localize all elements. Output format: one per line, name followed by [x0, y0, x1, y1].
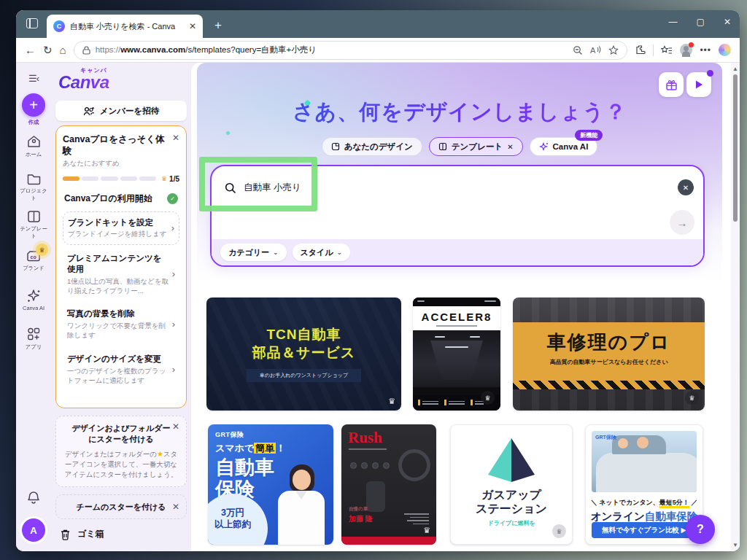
annotation-highlight-box	[199, 157, 317, 211]
pro-card-title: Canvaプロをさっそく体験	[63, 133, 168, 158]
chevron-down-icon: ⌄	[273, 249, 279, 256]
play-icon	[694, 79, 704, 90]
hazard-stripe	[513, 381, 705, 389]
compare-plans-button[interactable]: 無料で今すぐプラン比較 ▶	[592, 522, 697, 538]
pro-crown-icon: ♛	[388, 397, 395, 406]
canva-ai-tab-icon	[539, 142, 549, 151]
submit-search-button[interactable]: →	[670, 210, 694, 235]
browser-tab[interactable]: C 自動車 小売りを検索 - Canva ✕	[47, 15, 203, 38]
chevron-right-icon: ›	[172, 319, 175, 330]
category-filter-dropdown[interactable]: カテゴリー ⌄	[220, 244, 287, 261]
window-minimize-button[interactable]: —	[669, 17, 678, 27]
invite-people-icon	[83, 106, 95, 116]
template-thumbnail-car-repair[interactable]: 車修理のプロ 高品質の自動車サービスならお任せください ♛	[513, 298, 705, 411]
create-plus-icon[interactable]: +	[22, 93, 45, 117]
url-text: https://www.canva.com/s/templates?query=…	[96, 44, 317, 55]
svg-text:A: A	[590, 46, 596, 55]
main-content: さあ、何をデザインしましょう？ あなたのデザイン	[191, 63, 740, 551]
step-background-remover[interactable]: 写真の背景を削除 ワンクリックで不要な背景を削除します ›	[63, 303, 179, 346]
step-resize-design[interactable]: デザインのサイズを変更 一つのデザインを複数のプラットフォームに適応します ›	[63, 349, 179, 391]
favorite-star-icon[interactable]	[608, 45, 619, 55]
chevron-down-icon: ⌄	[337, 249, 343, 256]
tab-canva-ai[interactable]: Canva AI 新機能	[530, 137, 598, 156]
search-filter-strip: カテゴリー ⌄ スタイル ⌄	[212, 239, 703, 265]
copilot-icon[interactable]	[719, 44, 731, 56]
user-avatar[interactable]: A	[16, 518, 51, 542]
pro-card-subtitle: あなたにおすすめ	[63, 159, 179, 168]
step-premium-content[interactable]: プレミアムコンテンツを使用 1億点以上の写真、動画などを取り揃えたライブラリー.…	[63, 248, 179, 300]
clear-search-button[interactable]: ✕	[678, 179, 694, 195]
pro-crown-icon: ♛	[685, 391, 699, 405]
tutorial-play-button[interactable]	[686, 72, 711, 97]
favorites-bar-icon[interactable]	[661, 45, 673, 55]
browser-toolbar: ← ↻ ⌂ https://www.canva.com/s/templates?…	[16, 38, 740, 63]
pro-card-close-icon[interactable]: ✕	[172, 133, 179, 158]
settings-menu-icon[interactable]: •••	[700, 46, 711, 55]
progress-crown-icon: ♛	[161, 175, 167, 182]
star-designs-card: ✕ デザインおよびフォルダーにスターを付ける デザインまたはフォルダーの★スター…	[55, 416, 187, 487]
step-pro-started[interactable]: Canvaプロの利用開始 ✓	[63, 192, 179, 205]
tab-your-designs[interactable]: あなたのデザイン	[322, 137, 422, 156]
sidebar-item-apps[interactable]: アプリ	[16, 327, 51, 351]
profile-avatar[interactable]	[680, 44, 692, 56]
template-thumbnail-gas-station-logo[interactable]: ガスアップステーション ドライブに燃料を ♛	[450, 424, 573, 545]
back-button[interactable]: ←	[25, 44, 36, 55]
remove-filter-icon[interactable]: ✕	[507, 143, 513, 151]
sidebar-rail: ☰‹ + 作成 ホーム プロジェクト	[16, 63, 51, 551]
tab-workspaces-icon[interactable]	[26, 18, 38, 28]
tab-templates[interactable]: テンプレート ✕	[429, 137, 523, 156]
step-brand-kit[interactable]: ブランドキットを設定 ブランドイメージを維持します ›	[63, 211, 179, 245]
sidebar-item-brand[interactable]: ♛ co ブランド	[16, 249, 51, 272]
template-thumbnail-acceler8[interactable]: ACCELER8 ♛	[413, 298, 500, 411]
notification-dot	[707, 70, 713, 77]
lock-icon	[82, 46, 90, 55]
trash-icon	[60, 529, 71, 540]
scroll-down-icon[interactable]: ▼	[731, 542, 740, 548]
address-bar[interactable]: https://www.canva.com/s/templates?query=…	[74, 41, 628, 60]
template-thumbnail-tcn-auto[interactable]: TCN自動車 部品＆サービス 車のお手入れのワンストップショップ ♛	[206, 298, 401, 411]
sidebar-item-templates[interactable]: テンプレート	[16, 210, 51, 241]
canva-logo[interactable]: キャンバ Canva	[58, 66, 109, 91]
steering-wheel	[398, 449, 430, 481]
template-thumbnail-car-insurance-ad[interactable]: GRT保険 スマホで簡単！ 自動車保険 3万円以上節約	[208, 424, 333, 545]
style-filter-dropdown[interactable]: スタイル ⌄	[293, 244, 351, 261]
read-aloud-icon[interactable]: A	[590, 45, 601, 55]
page-scrollbar[interactable]: ▲ ▼	[731, 63, 740, 551]
star-icon: ★	[157, 450, 163, 458]
sidebar-item-canva-ai[interactable]: Canva AI	[16, 289, 51, 311]
new-tab-button[interactable]: +	[214, 19, 222, 31]
pro-progress-bar: ♛ 1/5	[63, 175, 179, 183]
refresh-button[interactable]: ↻	[43, 44, 53, 55]
sidebar-item-projects[interactable]: プロジェクト	[16, 172, 51, 203]
svg-text:co: co	[31, 254, 36, 260]
team-star-card: チームのスターを付ける ✕	[55, 494, 187, 519]
gift-button[interactable]	[659, 72, 684, 97]
family-car-photo: GRT保険	[592, 431, 697, 492]
window-close-button[interactable]: ✕	[724, 17, 731, 27]
tab-close-icon[interactable]: ✕	[189, 22, 196, 31]
notifications-bell-icon[interactable]	[16, 490, 51, 506]
trash-menu-item[interactable]: ゴミ箱	[60, 528, 104, 540]
toolbar-divider	[653, 44, 654, 56]
team-card-close-icon[interactable]: ✕	[172, 502, 179, 511]
canva-ai-sparkle-icon	[16, 289, 51, 303]
chevron-right-icon: ›	[172, 268, 175, 279]
sidebar-item-create[interactable]: + 作成	[16, 93, 51, 126]
pro-crown-icon: ♛	[481, 391, 495, 405]
canva-favicon: C	[53, 20, 65, 32]
collapse-sidebar-button[interactable]: ☰‹	[16, 71, 51, 85]
sidebar-item-home[interactable]: ホーム	[16, 134, 51, 158]
pro-crown-icon: ♛	[552, 524, 566, 538]
star-card-close-icon[interactable]: ✕	[172, 422, 179, 431]
window-maximize-button[interactable]: ▢	[697, 17, 705, 27]
home-button[interactable]: ⌂	[60, 44, 66, 55]
template-thumbnail-rush-magazine[interactable]: Rush 自慢の車 加藤 隆 ♛	[341, 424, 436, 545]
scroll-up-icon[interactable]: ▲	[731, 66, 740, 72]
invite-members-button[interactable]: メンバーを招待	[55, 101, 187, 121]
extensions-icon[interactable]	[635, 44, 646, 55]
apps-grid-icon	[16, 327, 51, 341]
templates-icon	[16, 210, 51, 223]
scrollbar-thumb[interactable]	[733, 74, 738, 222]
zoom-out-icon[interactable]	[573, 45, 583, 55]
help-button[interactable]: ?	[686, 515, 715, 544]
